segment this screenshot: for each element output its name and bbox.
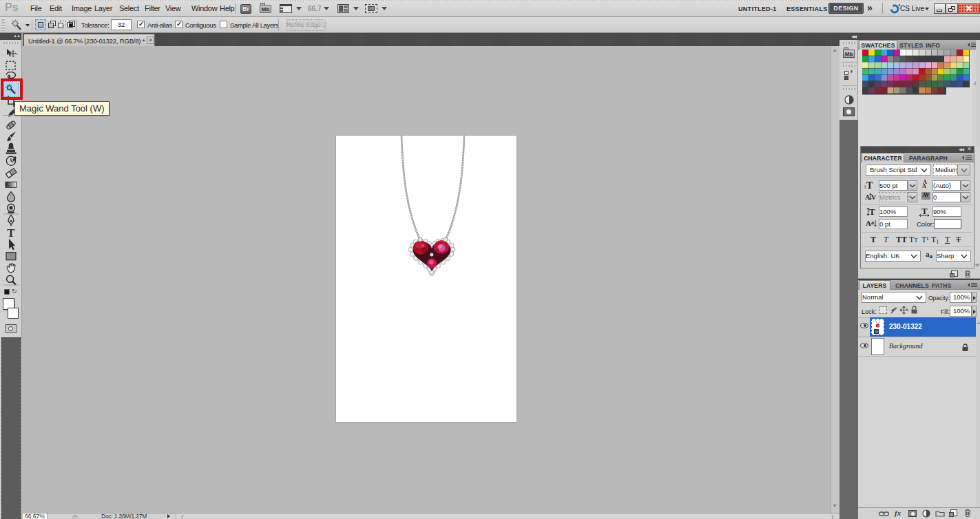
svg-text:T: T [7, 226, 15, 240]
svg-text:V: V [871, 193, 877, 201]
svg-text:A: A [866, 219, 871, 227]
svg-text:a: a [871, 220, 874, 226]
svg-text:T: T [869, 206, 875, 217]
svg-text:T: T [921, 206, 928, 216]
